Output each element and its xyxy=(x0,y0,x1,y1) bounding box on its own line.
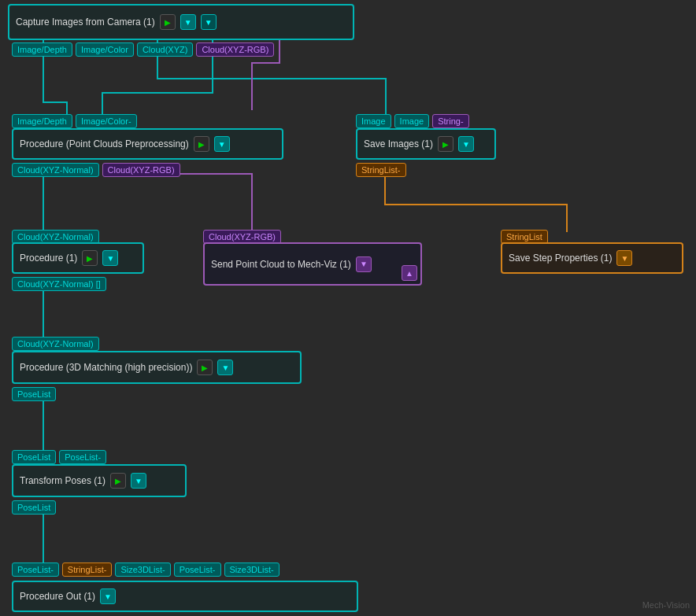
pcp-play-button[interactable]: ▶ xyxy=(194,136,209,152)
procedure3d-node: Procedure (3D Matching (high precision))… xyxy=(12,351,302,384)
pcp-input-ports: Image/Depth Image/Color- xyxy=(12,114,137,128)
save-step-label: Save Step Properties (1) xyxy=(509,253,612,264)
tag-poselist-dash-3: PoseList- xyxy=(174,563,221,577)
capture-label: Capture Images from Camera (1) xyxy=(16,17,155,28)
save-images-down-button[interactable]: ▼ xyxy=(458,136,474,152)
tag-size3dlist-dash-2: Size3DList- xyxy=(224,563,280,577)
transform-input-ports: PoseList PoseList- xyxy=(12,450,106,464)
tag-poselist-dash-1: PoseList- xyxy=(59,450,106,464)
transform-output-ports: PoseList xyxy=(12,500,56,515)
tag-string-dash: String- xyxy=(432,114,468,128)
save-images-node: Save Images (1) ▶ ▼ xyxy=(356,128,496,160)
transform-play-button[interactable]: ▶ xyxy=(110,473,126,489)
tag-stringlist-dash: StringList- xyxy=(356,163,406,177)
tag-cloud-xyz-normal-arr: Cloud(XYZ-Normal) [] xyxy=(12,277,106,291)
capture-output-ports: Image/Depth Image/Color Cloud(XYZ) Cloud… xyxy=(12,42,274,57)
tag-poselist-3: PoseList xyxy=(12,500,56,515)
tag-poselist-2: PoseList xyxy=(12,450,56,464)
tag-image-depth-1: Image/Depth xyxy=(12,42,72,57)
proc1-output-ports: Cloud(XYZ-Normal) [] xyxy=(12,277,106,291)
proc-out-input-ports: PoseList- StringList- Size3DList- PoseLi… xyxy=(12,563,280,577)
watermark: Mech-Vision xyxy=(642,600,690,610)
proc3d-input-ports: Cloud(XYZ-Normal) xyxy=(12,337,99,351)
tag-image-2: Image xyxy=(394,114,430,128)
procedure1-label: Procedure (1) xyxy=(20,253,77,264)
save-images-input-ports: Image Image String- xyxy=(356,114,469,128)
tag-poselist-dash-2: PoseList- xyxy=(12,563,59,577)
tag-image-color-1: Image/Color xyxy=(76,42,134,57)
pcp-node: Procedure (Point Clouds Preprocessing) ▶… xyxy=(12,128,283,160)
capture-expand-button[interactable]: ▼ xyxy=(201,14,217,30)
proc3d-output-ports: PoseList xyxy=(12,387,56,401)
send-cloud-node: Send Point Cloud to Mech-Viz (1) ▼ ▲ xyxy=(203,242,422,286)
save-images-output-ports: StringList- xyxy=(356,163,406,177)
tag-cloud-xyz-rgb-1: Cloud(XYZ-RGB) xyxy=(196,42,274,57)
capture-down-button[interactable]: ▼ xyxy=(180,14,196,30)
procedure-out-node: Procedure Out (1) ▼ xyxy=(12,581,358,612)
tag-stringlist-dash-2: StringList- xyxy=(62,563,113,577)
save-images-play-button[interactable]: ▶ xyxy=(438,136,454,152)
send-cloud-up-button[interactable]: ▲ xyxy=(402,265,417,281)
send-cloud-label: Send Point Cloud to Mech-Viz (1) xyxy=(211,259,351,270)
tag-cloud-xyz-1: Cloud(XYZ) xyxy=(137,42,193,57)
save-step-down-button[interactable]: ▼ xyxy=(616,250,632,266)
transform-poses-node: Transform Poses (1) ▶ ▼ xyxy=(12,464,187,497)
proc3d-play-button[interactable]: ▶ xyxy=(197,360,213,375)
tag-poselist-1: PoseList xyxy=(12,387,56,401)
tag-image-depth-2: Image/Depth xyxy=(12,114,72,128)
procedure3d-label: Procedure (3D Matching (high precision)) xyxy=(20,362,192,373)
proc1-down-button[interactable]: ▼ xyxy=(102,250,118,266)
proc1-play-button[interactable]: ▶ xyxy=(82,250,98,266)
save-step-node: Save Step Properties (1) ▼ xyxy=(501,242,683,274)
transform-poses-label: Transform Poses (1) xyxy=(20,475,106,486)
tag-cloud-xyz-rgb-2: Cloud(XYZ-RGB) xyxy=(102,163,180,177)
tag-size3dlist-dash-1: Size3DList- xyxy=(115,563,170,577)
pcp-output-ports: Cloud(XYZ-Normal) Cloud(XYZ-RGB) xyxy=(12,163,180,177)
capture-node: Capture Images from Camera (1) ▶ ▼ ▼ xyxy=(8,4,354,40)
procedure-out-label: Procedure Out (1) xyxy=(20,591,95,602)
transform-down-button[interactable]: ▼ xyxy=(131,473,146,489)
send-cloud-down-button[interactable]: ▼ xyxy=(356,256,372,272)
proc3d-down-button[interactable]: ▼ xyxy=(217,360,233,375)
tag-image-1: Image xyxy=(356,114,391,128)
proc-out-down-button[interactable]: ▼ xyxy=(100,588,116,604)
pcp-down-button[interactable]: ▼ xyxy=(214,136,230,152)
procedure1-node: Procedure (1) ▶ ▼ xyxy=(12,242,144,274)
pcp-label: Procedure (Point Clouds Preprocessing) xyxy=(20,138,189,149)
tag-cloud-xyz-normal-3: Cloud(XYZ-Normal) xyxy=(12,337,99,351)
capture-play-button[interactable]: ▶ xyxy=(160,14,176,30)
save-images-label: Save Images (1) xyxy=(364,138,433,149)
tag-cloud-xyz-normal-1: Cloud(XYZ-Normal) xyxy=(12,163,99,177)
tag-image-color-2: Image/Color- xyxy=(76,114,137,128)
